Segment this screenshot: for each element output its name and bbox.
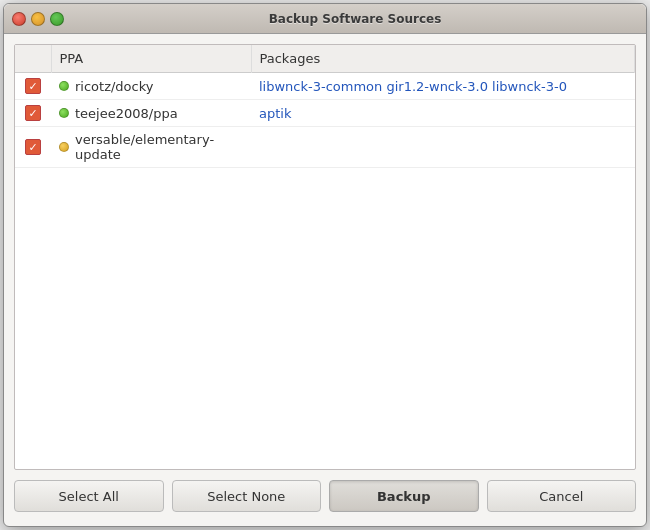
footer: Select All Select None Backup Cancel	[14, 470, 636, 516]
status-dot-green	[59, 108, 69, 118]
checkbox-cell	[15, 73, 51, 100]
select-all-button[interactable]: Select All	[14, 480, 164, 512]
cancel-button[interactable]: Cancel	[487, 480, 637, 512]
table-row: versable/elementary-update	[15, 127, 635, 168]
row-checkbox[interactable]	[25, 105, 41, 121]
table-header-row: PPA Packages	[15, 45, 635, 73]
col-header-checkbox	[15, 45, 51, 73]
select-none-button[interactable]: Select None	[172, 480, 322, 512]
sources-table-container: PPA Packages ricotz/dockylibwnck-3-commo…	[14, 44, 636, 470]
window-controls	[12, 12, 64, 26]
table-row: teejee2008/ppaaptik	[15, 100, 635, 127]
packages-cell: libwnck-3-common gir1.2-wnck-3.0 libwnck…	[251, 73, 635, 100]
status-dot-green	[59, 81, 69, 91]
content-area: PPA Packages ricotz/dockylibwnck-3-commo…	[4, 34, 646, 526]
minimize-button[interactable]	[31, 12, 45, 26]
main-window: Backup Software Sources PPA Packages ric…	[3, 3, 647, 527]
table-row: ricotz/dockylibwnck-3-common gir1.2-wnck…	[15, 73, 635, 100]
col-header-packages: Packages	[251, 45, 635, 73]
maximize-button[interactable]	[50, 12, 64, 26]
row-checkbox[interactable]	[25, 139, 41, 155]
titlebar: Backup Software Sources	[4, 4, 646, 34]
ppa-cell: teejee2008/ppa	[51, 100, 251, 127]
ppa-cell: ricotz/docky	[51, 73, 251, 100]
ppa-name: ricotz/docky	[75, 79, 153, 94]
ppa-cell: versable/elementary-update	[51, 127, 251, 168]
ppa-name: versable/elementary-update	[75, 132, 243, 162]
packages-cell	[251, 127, 635, 168]
packages-cell: aptik	[251, 100, 635, 127]
backup-button[interactable]: Backup	[329, 480, 479, 512]
checkbox-cell	[15, 127, 51, 168]
close-button[interactable]	[12, 12, 26, 26]
status-dot-yellow	[59, 142, 69, 152]
row-checkbox[interactable]	[25, 78, 41, 94]
checkbox-cell	[15, 100, 51, 127]
ppa-name: teejee2008/ppa	[75, 106, 178, 121]
sources-table: PPA Packages ricotz/dockylibwnck-3-commo…	[15, 45, 635, 168]
window-title: Backup Software Sources	[72, 12, 638, 26]
col-header-ppa: PPA	[51, 45, 251, 73]
